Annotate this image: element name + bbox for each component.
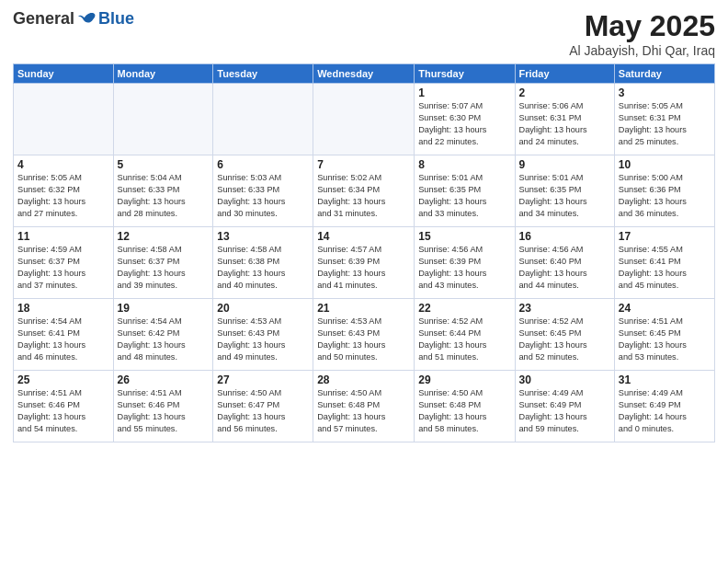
header: General Blue May 2025 Al Jabayish, Dhi Q… <box>13 9 715 58</box>
day-number: 9 <box>519 158 610 171</box>
calendar-cell: 6Sunrise: 5:03 AM Sunset: 6:33 PM Daylig… <box>213 155 313 227</box>
day-number: 11 <box>17 230 109 243</box>
calendar-cell: 2Sunrise: 5:06 AM Sunset: 6:31 PM Daylig… <box>515 84 614 155</box>
day-info: Sunrise: 4:50 AM Sunset: 6:48 PM Dayligh… <box>418 387 510 435</box>
day-info: Sunrise: 4:50 AM Sunset: 6:47 PM Dayligh… <box>217 387 309 435</box>
day-info: Sunrise: 4:56 AM Sunset: 6:40 PM Dayligh… <box>519 244 610 292</box>
calendar-cell: 14Sunrise: 4:57 AM Sunset: 6:39 PM Dayli… <box>313 227 415 299</box>
calendar-header-row: SundayMondayTuesdayWednesdayThursdayFrid… <box>14 64 715 84</box>
day-number: 7 <box>317 158 410 171</box>
day-info: Sunrise: 5:06 AM Sunset: 6:31 PM Dayligh… <box>519 100 610 148</box>
day-info: Sunrise: 4:51 AM Sunset: 6:46 PM Dayligh… <box>17 387 109 435</box>
day-number: 31 <box>619 373 711 386</box>
calendar-cell: 17Sunrise: 4:55 AM Sunset: 6:41 PM Dayli… <box>614 227 714 299</box>
calendar-cell <box>213 84 313 155</box>
calendar: SundayMondayTuesdayWednesdayThursdayFrid… <box>13 63 715 442</box>
day-info: Sunrise: 4:59 AM Sunset: 6:37 PM Dayligh… <box>17 244 109 292</box>
calendar-cell <box>313 84 415 155</box>
day-info: Sunrise: 5:07 AM Sunset: 6:30 PM Dayligh… <box>418 100 510 148</box>
calendar-cell: 18Sunrise: 4:54 AM Sunset: 6:41 PM Dayli… <box>14 299 114 371</box>
calendar-week-5: 25Sunrise: 4:51 AM Sunset: 6:46 PM Dayli… <box>14 371 715 442</box>
day-number: 13 <box>217 230 309 243</box>
day-info: Sunrise: 4:58 AM Sunset: 6:37 PM Dayligh… <box>118 244 210 292</box>
day-info: Sunrise: 5:01 AM Sunset: 6:35 PM Dayligh… <box>418 172 510 220</box>
day-number: 18 <box>17 302 109 315</box>
day-info: Sunrise: 4:56 AM Sunset: 6:39 PM Dayligh… <box>418 244 510 292</box>
day-number: 30 <box>519 373 610 386</box>
day-number: 6 <box>217 158 309 171</box>
day-info: Sunrise: 4:58 AM Sunset: 6:38 PM Dayligh… <box>217 244 309 292</box>
day-number: 28 <box>317 373 410 386</box>
page: General Blue May 2025 Al Jabayish, Dhi Q… <box>0 0 728 563</box>
calendar-cell: 15Sunrise: 4:56 AM Sunset: 6:39 PM Dayli… <box>415 227 515 299</box>
day-info: Sunrise: 5:02 AM Sunset: 6:34 PM Dayligh… <box>317 172 410 220</box>
logo: General Blue <box>13 9 134 29</box>
day-number: 27 <box>217 373 309 386</box>
day-number: 10 <box>619 158 711 171</box>
calendar-cell: 10Sunrise: 5:00 AM Sunset: 6:36 PM Dayli… <box>614 155 714 227</box>
calendar-cell: 3Sunrise: 5:05 AM Sunset: 6:31 PM Daylig… <box>614 84 714 155</box>
calendar-week-1: 1Sunrise: 5:07 AM Sunset: 6:30 PM Daylig… <box>14 84 715 155</box>
calendar-cell: 20Sunrise: 4:53 AM Sunset: 6:43 PM Dayli… <box>213 299 313 371</box>
calendar-cell: 21Sunrise: 4:53 AM Sunset: 6:43 PM Dayli… <box>313 299 415 371</box>
calendar-cell: 12Sunrise: 4:58 AM Sunset: 6:37 PM Dayli… <box>113 227 213 299</box>
day-number: 8 <box>418 158 510 171</box>
calendar-header-friday: Friday <box>515 64 614 84</box>
calendar-cell: 11Sunrise: 4:59 AM Sunset: 6:37 PM Dayli… <box>14 227 114 299</box>
calendar-cell: 13Sunrise: 4:58 AM Sunset: 6:38 PM Dayli… <box>213 227 313 299</box>
calendar-cell: 16Sunrise: 4:56 AM Sunset: 6:40 PM Dayli… <box>515 227 614 299</box>
calendar-cell: 4Sunrise: 5:05 AM Sunset: 6:32 PM Daylig… <box>14 155 114 227</box>
day-number: 14 <box>317 230 410 243</box>
day-number: 5 <box>118 158 210 171</box>
day-info: Sunrise: 4:50 AM Sunset: 6:48 PM Dayligh… <box>317 387 410 435</box>
day-info: Sunrise: 5:05 AM Sunset: 6:32 PM Dayligh… <box>17 172 109 220</box>
calendar-cell: 5Sunrise: 5:04 AM Sunset: 6:33 PM Daylig… <box>113 155 213 227</box>
logo-bird-icon <box>78 10 97 29</box>
day-info: Sunrise: 4:51 AM Sunset: 6:46 PM Dayligh… <box>118 387 210 435</box>
calendar-cell: 22Sunrise: 4:52 AM Sunset: 6:44 PM Dayli… <box>415 299 515 371</box>
calendar-cell: 19Sunrise: 4:54 AM Sunset: 6:42 PM Dayli… <box>113 299 213 371</box>
calendar-header-thursday: Thursday <box>415 64 515 84</box>
calendar-cell: 25Sunrise: 4:51 AM Sunset: 6:46 PM Dayli… <box>14 371 114 442</box>
day-info: Sunrise: 5:01 AM Sunset: 6:35 PM Dayligh… <box>519 172 610 220</box>
title-area: May 2025 Al Jabayish, Dhi Qar, Iraq <box>569 9 715 58</box>
calendar-cell: 7Sunrise: 5:02 AM Sunset: 6:34 PM Daylig… <box>313 155 415 227</box>
day-info: Sunrise: 4:52 AM Sunset: 6:45 PM Dayligh… <box>519 316 610 363</box>
day-info: Sunrise: 4:53 AM Sunset: 6:43 PM Dayligh… <box>317 316 410 363</box>
calendar-cell: 31Sunrise: 4:49 AM Sunset: 6:49 PM Dayli… <box>614 371 714 442</box>
day-info: Sunrise: 4:51 AM Sunset: 6:45 PM Dayligh… <box>619 316 711 363</box>
calendar-cell: 26Sunrise: 4:51 AM Sunset: 6:46 PM Dayli… <box>113 371 213 442</box>
calendar-week-2: 4Sunrise: 5:05 AM Sunset: 6:32 PM Daylig… <box>14 155 715 227</box>
calendar-week-3: 11Sunrise: 4:59 AM Sunset: 6:37 PM Dayli… <box>14 227 715 299</box>
day-number: 12 <box>118 230 210 243</box>
day-number: 29 <box>418 373 510 386</box>
calendar-cell: 30Sunrise: 4:49 AM Sunset: 6:49 PM Dayli… <box>515 371 614 442</box>
day-number: 22 <box>418 302 510 315</box>
day-info: Sunrise: 4:52 AM Sunset: 6:44 PM Dayligh… <box>418 316 510 363</box>
logo-general: General <box>13 9 74 29</box>
day-number: 21 <box>317 302 410 315</box>
calendar-cell <box>14 84 114 155</box>
day-info: Sunrise: 5:05 AM Sunset: 6:31 PM Dayligh… <box>619 100 711 148</box>
calendar-cell: 1Sunrise: 5:07 AM Sunset: 6:30 PM Daylig… <box>415 84 515 155</box>
calendar-cell <box>113 84 213 155</box>
day-number: 17 <box>619 230 711 243</box>
day-number: 25 <box>17 373 109 386</box>
day-info: Sunrise: 4:54 AM Sunset: 6:41 PM Dayligh… <box>17 316 109 363</box>
day-info: Sunrise: 5:04 AM Sunset: 6:33 PM Dayligh… <box>118 172 210 220</box>
calendar-header-sunday: Sunday <box>14 64 114 84</box>
logo-text: General Blue <box>13 9 134 29</box>
day-number: 16 <box>519 230 610 243</box>
calendar-header-saturday: Saturday <box>614 64 714 84</box>
day-number: 2 <box>519 86 610 99</box>
location: Al Jabayish, Dhi Qar, Iraq <box>569 43 715 58</box>
calendar-cell: 27Sunrise: 4:50 AM Sunset: 6:47 PM Dayli… <box>213 371 313 442</box>
month-title: May 2025 <box>569 9 715 43</box>
day-info: Sunrise: 4:54 AM Sunset: 6:42 PM Dayligh… <box>118 316 210 363</box>
day-info: Sunrise: 5:03 AM Sunset: 6:33 PM Dayligh… <box>217 172 309 220</box>
day-info: Sunrise: 4:55 AM Sunset: 6:41 PM Dayligh… <box>619 244 711 292</box>
calendar-header-tuesday: Tuesday <box>213 64 313 84</box>
calendar-cell: 29Sunrise: 4:50 AM Sunset: 6:48 PM Dayli… <box>415 371 515 442</box>
day-info: Sunrise: 5:00 AM Sunset: 6:36 PM Dayligh… <box>619 172 711 220</box>
day-number: 20 <box>217 302 309 315</box>
